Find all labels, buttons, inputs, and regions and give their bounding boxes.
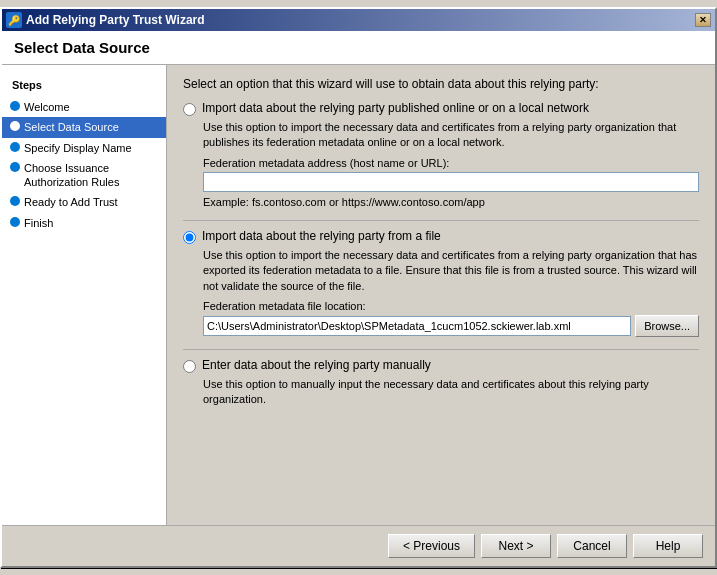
window-title: Add Relying Party Trust Wizard	[26, 13, 205, 27]
sidebar-label-select-data-source: Select Data Source	[24, 120, 119, 134]
sidebar-dot-finish	[10, 217, 20, 227]
online-radio-label[interactable]: Import data about the relying party publ…	[183, 101, 699, 116]
sidebar-item-finish[interactable]: Finish	[2, 213, 166, 233]
page-title: Select Data Source	[14, 39, 703, 56]
content-area: Steps Welcome Select Data Source Specify…	[2, 65, 715, 525]
manual-radio[interactable]	[183, 360, 196, 373]
federation-address-example: Example: fs.contoso.com or https://www.c…	[203, 196, 699, 208]
file-radio-label[interactable]: Import data about the relying party from…	[183, 229, 699, 244]
page-header: Select Data Source	[2, 31, 715, 65]
sidebar-item-welcome[interactable]: Welcome	[2, 97, 166, 117]
footer: < Previous Next > Cancel Help	[2, 525, 715, 566]
divider-2	[183, 349, 699, 350]
file-description: Use this option to import the necessary …	[203, 248, 699, 294]
option-manual-group: Enter data about the relying party manua…	[183, 358, 699, 408]
window-icon: 🔑	[6, 12, 22, 28]
sidebar-item-specify-display-name[interactable]: Specify Display Name	[2, 138, 166, 158]
sidebar-label-specify-display-name: Specify Display Name	[24, 141, 132, 155]
manual-description: Use this option to manually input the ne…	[203, 377, 699, 408]
sidebar-dot-select-data-source	[10, 121, 20, 131]
instruction-text: Select an option that this wizard will u…	[183, 77, 699, 91]
file-location-input[interactable]	[203, 316, 631, 336]
file-input-row: Browse...	[203, 315, 699, 337]
help-button[interactable]: Help	[633, 534, 703, 558]
online-radio[interactable]	[183, 103, 196, 116]
main-content: Select an option that this wizard will u…	[167, 65, 715, 525]
file-location-label: Federation metadata file location:	[203, 300, 699, 312]
sidebar: Steps Welcome Select Data Source Specify…	[2, 65, 167, 525]
federation-address-label: Federation metadata address (host name o…	[203, 157, 699, 169]
online-option-text: Import data about the relying party publ…	[202, 101, 589, 115]
federation-address-group: Federation metadata address (host name o…	[203, 157, 699, 192]
browse-button[interactable]: Browse...	[635, 315, 699, 337]
sidebar-item-ready-to-add[interactable]: Ready to Add Trust	[2, 192, 166, 212]
sidebar-label-finish: Finish	[24, 216, 53, 230]
manual-radio-label[interactable]: Enter data about the relying party manua…	[183, 358, 699, 373]
sidebar-dot-ready-to-add	[10, 196, 20, 206]
next-button[interactable]: Next >	[481, 534, 551, 558]
divider-1	[183, 220, 699, 221]
wizard-window: 🔑 Add Relying Party Trust Wizard ✕ Selec…	[0, 7, 717, 568]
title-bar-left: 🔑 Add Relying Party Trust Wizard	[6, 12, 205, 28]
title-bar: 🔑 Add Relying Party Trust Wizard ✕	[2, 9, 715, 31]
option-file-group: Import data about the relying party from…	[183, 229, 699, 337]
previous-button[interactable]: < Previous	[388, 534, 475, 558]
file-radio[interactable]	[183, 231, 196, 244]
close-button[interactable]: ✕	[695, 13, 711, 27]
sidebar-label-choose-issuance: Choose Issuance Authorization Rules	[24, 161, 158, 190]
cancel-button[interactable]: Cancel	[557, 534, 627, 558]
file-option-text: Import data about the relying party from…	[202, 229, 441, 243]
sidebar-label-welcome: Welcome	[24, 100, 70, 114]
sidebar-title: Steps	[2, 75, 166, 97]
sidebar-label-ready-to-add: Ready to Add Trust	[24, 195, 118, 209]
sidebar-dot-choose-issuance	[10, 162, 20, 172]
file-location-group: Federation metadata file location: Brows…	[203, 300, 699, 337]
sidebar-item-choose-issuance[interactable]: Choose Issuance Authorization Rules	[2, 158, 166, 193]
sidebar-dot-welcome	[10, 101, 20, 111]
manual-option-text: Enter data about the relying party manua…	[202, 358, 431, 372]
sidebar-dot-specify-display-name	[10, 142, 20, 152]
federation-address-input[interactable]	[203, 172, 699, 192]
option-online-group: Import data about the relying party publ…	[183, 101, 699, 208]
sidebar-item-select-data-source[interactable]: Select Data Source	[2, 117, 166, 137]
online-description: Use this option to import the necessary …	[203, 120, 699, 151]
